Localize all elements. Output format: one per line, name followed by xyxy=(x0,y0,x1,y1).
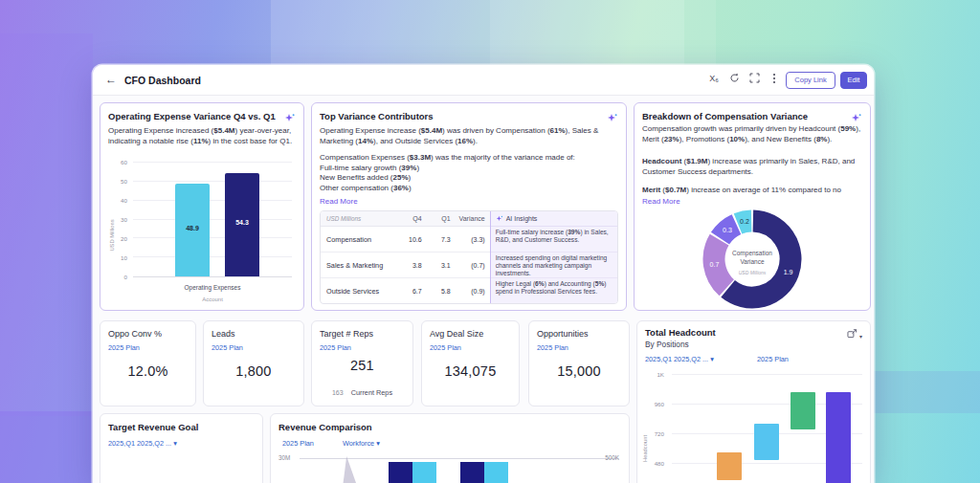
marketing-background: ← CFO Dashboard X₆ Copy Link Edit Operat… xyxy=(0,0,980,483)
read-more-link[interactable]: Read More xyxy=(320,197,358,206)
fullscreen-icon[interactable] xyxy=(749,73,760,85)
kpi-title: Oppo Conv % xyxy=(108,329,162,339)
workforce-dropdown[interactable]: Workforce ▾ xyxy=(343,439,380,448)
card-total-headcount: Total Headcount By Positions ▾ 2025,Q1 2… xyxy=(636,320,871,483)
card-top-contributors: Top Variance Contributors Operating Expe… xyxy=(311,102,627,311)
kpi-plan-link[interactable]: 2025 Plan xyxy=(537,343,568,352)
gridline xyxy=(133,237,292,238)
table-row: Outside Services6.75.8(0.9) xyxy=(321,278,490,304)
background-mosaic xyxy=(0,33,93,416)
kebab-menu-icon[interactable] xyxy=(772,73,776,86)
ai-summary-text: Operating Expense increased ($5.4M) year… xyxy=(108,126,296,146)
gridline xyxy=(133,256,292,257)
table-header-row: USD Millions Q4 Q1 Variance xyxy=(321,211,490,227)
y-tick-label: 960 xyxy=(655,401,664,407)
x-axis-title: Account xyxy=(133,296,292,302)
ai-detail-text-2: Merit ($0.7M) increase on average of 11%… xyxy=(642,186,862,196)
x-category-label: Operating Expenses xyxy=(133,284,292,291)
export-icon[interactable]: ▾ xyxy=(847,329,862,340)
donut-segment-label: 0.7 xyxy=(710,261,720,268)
col-q1: Q1 xyxy=(425,215,454,222)
copy-link-button[interactable]: Copy Link xyxy=(786,72,835,89)
table-rows: Compensation10.67.3(3.3)Sales & Marketin… xyxy=(321,227,490,304)
variance-table-left: USD Millions Q4 Q1 Variance Compensation… xyxy=(321,211,490,303)
chart-plot-area xyxy=(672,374,862,483)
donut-segment-label: 1.9 xyxy=(784,269,793,275)
ai-sparkle-icon xyxy=(496,215,503,223)
bar xyxy=(717,452,742,480)
left-axis-tick: 30M xyxy=(278,454,290,461)
card-title: Target Revenue Goal xyxy=(108,422,198,432)
donut-center-label: Variance xyxy=(740,258,765,265)
ai-detail-text: Compensation Expenses ($3.3M) was the ma… xyxy=(320,153,618,193)
gridline xyxy=(133,181,292,182)
ai-insight-text: Full-time salary increase (39%) in Sales… xyxy=(491,227,617,252)
card-comp-breakdown: Breakdown of Compensation Variance Compe… xyxy=(634,102,871,311)
kpi-card-opportunities: Opportunities 2025 Plan 15,000 xyxy=(528,320,630,406)
bar xyxy=(412,462,436,483)
kpi-plan-link[interactable]: 2025 Plan xyxy=(430,343,461,352)
y-tick-label: 50 xyxy=(121,178,127,185)
cell-q1: 7.3 xyxy=(425,236,454,243)
kpi-plan-link[interactable]: 2025 Plan xyxy=(320,343,351,352)
kpi-title: Opportunities xyxy=(537,329,589,339)
variance-table: USD Millions Q4 Q1 Variance Compensation… xyxy=(320,210,618,304)
ai-insight-text: Increased spending on digital marketing … xyxy=(491,252,617,278)
plan-link[interactable]: 2025 Plan xyxy=(282,439,314,448)
kpi-secondary-value: 163Current Reps xyxy=(312,388,412,397)
bar xyxy=(826,392,851,483)
chevron-down-icon: ▾ xyxy=(376,439,380,448)
kpi-card-leads: Leads 2025 Plan 1,800 xyxy=(203,320,304,406)
card-title: Breakdown of Compensation Variance xyxy=(642,111,808,121)
table-row: Sales & Marketing3.83.1(0.7) xyxy=(321,252,490,278)
card-revenue-comparison: Revenue Comparison 2025 Plan Workforce ▾… xyxy=(270,413,630,483)
edit-button[interactable]: Edit xyxy=(840,72,867,89)
bar xyxy=(460,462,484,483)
variables-icon[interactable]: X₆ xyxy=(709,74,719,83)
opex-bar-chart: USD Millions 0102030405060 48.954.3 Oper… xyxy=(106,159,298,306)
bar: 48.9 xyxy=(175,184,210,276)
gridline xyxy=(133,219,292,220)
bar-value-label: 48.9 xyxy=(175,225,210,231)
bar xyxy=(791,392,815,429)
kpi-plan-link[interactable]: 2025 Plan xyxy=(212,343,243,352)
chevron-down-icon: ▾ xyxy=(173,439,177,448)
ai-sparkle-icon xyxy=(607,111,618,122)
kpi-title: Target # Reps xyxy=(320,329,373,339)
gridline xyxy=(672,374,862,375)
plan-link[interactable]: 2025 Plan xyxy=(757,355,789,363)
kpi-plan-link[interactable]: 2025 Plan xyxy=(108,343,140,352)
ai-summary-text: Compensation growth was primarily driven… xyxy=(642,124,862,144)
refresh-icon[interactable] xyxy=(729,73,740,85)
y-tick-label: 60 xyxy=(121,159,127,165)
row-name: Compensation xyxy=(321,235,396,244)
kpi-title: Avg Deal Size xyxy=(430,329,483,339)
right-axis-tick: 500K xyxy=(605,454,619,461)
kpi-value: 12.0% xyxy=(100,363,195,379)
bar xyxy=(754,424,779,459)
kpi-value: 251 xyxy=(312,358,412,373)
gridline xyxy=(133,200,292,201)
bar xyxy=(389,462,412,483)
row-name: Sales & Marketing xyxy=(321,261,396,270)
cursor-graphic xyxy=(341,456,368,483)
quarter-filter-dropdown[interactable]: 2025,Q1 2025,Q2 ... ▾ xyxy=(645,355,714,363)
back-arrow-icon[interactable]: ← xyxy=(105,73,117,86)
ai-insights-header: AI Insights xyxy=(491,211,617,227)
quarter-filter-dropdown[interactable]: 2025,Q1 2025,Q2 ... ▾ xyxy=(108,439,177,448)
y-tick-label: 10 xyxy=(121,254,127,261)
compensation-donut-chart: 1.90.70.30.2CompensationVarianceUSD Mill… xyxy=(635,209,870,310)
kpi-value: 134,075 xyxy=(422,363,519,379)
bar xyxy=(484,462,508,483)
kpi-card-target-reps: Target # Reps 2025 Plan 251 163Current R… xyxy=(311,320,413,406)
cell-q1: 3.1 xyxy=(425,262,454,269)
donut-center-label: Compensation xyxy=(732,250,772,257)
gridline xyxy=(133,162,292,163)
read-more-link[interactable]: Read More xyxy=(642,197,680,206)
y-tick-label: 480 xyxy=(655,460,664,467)
donut-segment-label: 0.3 xyxy=(723,227,732,233)
ai-summary-text: Operating Expense increase ($5.4M) was d… xyxy=(320,126,618,146)
card-title: Top Variance Contributors xyxy=(320,111,434,121)
chevron-down-icon: ▾ xyxy=(710,355,714,363)
table-row: Compensation10.67.3(3.3) xyxy=(321,227,490,252)
